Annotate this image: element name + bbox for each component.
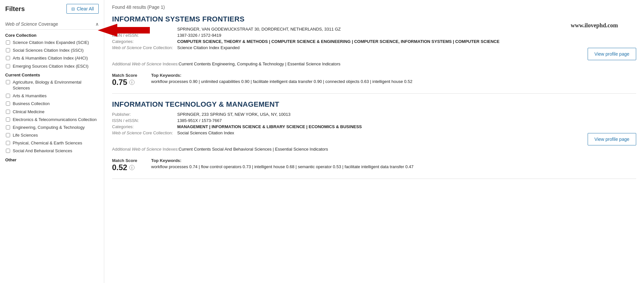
result-row-issn-1: ISSN / eISSN: 1387-3326 / 1572-9419 (112, 33, 636, 38)
coverage-header[interactable]: Web of Science Coverage (5, 19, 99, 30)
results-summary: Found 48 results (Page 1) (112, 5, 636, 10)
result-actions-1: View profile page (240, 48, 636, 60)
checkbox-esci[interactable] (6, 64, 10, 68)
additional-value-1: Current Contents Engineering, Computing … (179, 61, 340, 66)
filter-item-life[interactable]: Life Sciences (5, 132, 99, 138)
match-score-box-2: Match Score 0.52 i (112, 158, 145, 172)
issn-value-2: 1385-951X / 1573-7667 (177, 118, 222, 123)
top-keywords-value-1: workflow processes 0.90 | unlimited capa… (151, 78, 636, 85)
result-card-2: INFORMATION TECHNOLOGY & MANAGEMENT Publ… (112, 100, 636, 179)
checkbox-ahci[interactable] (6, 56, 10, 60)
chevron-up-icon[interactable] (95, 21, 99, 27)
result-row-issn-2: ISSN / eISSN: 1385-951X / 1573-7667 (112, 118, 636, 123)
main-content: Found 48 results (Page 1) INFORMATION SY… (104, 0, 644, 190)
match-score-value-2: 0.52 i (112, 163, 145, 172)
sidebar-header: Filters ⊟ Clear All (5, 4, 99, 14)
match-score-label-2: Match Score (112, 158, 145, 163)
result-card-1: INFORMATION SYSTEMS FRONTIERS Publisher:… (112, 15, 636, 94)
coverage-label: Web of Science Coverage (5, 21, 58, 27)
publisher-value-2: SPRINGER, 233 SPRING ST, NEW YORK, USA, … (177, 112, 291, 117)
filter-item-arts-hum[interactable]: Arts & Humanities (5, 93, 99, 99)
filter-item-ahci[interactable]: Arts & Humanities Citation Index (AHCI) (5, 55, 99, 61)
result-row-wos-1: Web of Science Core Collection: Science … (112, 45, 636, 60)
publisher-label-1: Publisher: (112, 27, 177, 32)
main-wrapper: www.ilovephd.com Found 48 results (Page … (104, 0, 644, 283)
filter-icon: ⊟ (71, 7, 75, 11)
match-score-box-1: Match Score 0.75 i (112, 73, 145, 87)
match-score-value-1: 0.75 i (112, 78, 145, 87)
match-score-info-icon-1[interactable]: i (129, 80, 135, 85)
view-profile-button-1[interactable]: View profile page (588, 48, 636, 60)
match-score-row-1: Match Score 0.75 i Top Keywords: workflo… (112, 70, 636, 87)
issn-label-1: ISSN / eISSN: (112, 33, 177, 38)
top-keywords-2: Top Keywords: workflow processes 0.74 | … (151, 158, 636, 170)
checkbox-electronics[interactable] (6, 117, 10, 122)
group-title-other: Other (5, 157, 99, 162)
result-row-additional-1: Additional Web of Science Indexes: Curre… (112, 61, 636, 66)
result-row-categories-2: Categories: MANAGEMENT | INFORMATION SCI… (112, 124, 636, 129)
top-keywords-1: Top Keywords: workflow processes 0.90 | … (151, 73, 636, 85)
top-keywords-label-1: Top Keywords: (151, 73, 636, 78)
checkbox-clinical[interactable] (6, 110, 10, 114)
result-row-additional-2: Additional Web of Science Indexes: Curre… (112, 147, 636, 152)
match-score-row-2: Match Score 0.52 i Top Keywords: workflo… (112, 155, 636, 172)
filter-item-ssci[interactable]: Social Sciences Citation Index (SSCI) (5, 47, 99, 53)
filter-item-electronics[interactable]: Electronics & Telecommunications Collect… (5, 117, 99, 123)
categories-value-1: COMPUTER SCIENCE, THEORY & METHODS | COM… (177, 39, 499, 44)
wos-value-2: Social Sciences Citation Index (177, 130, 234, 145)
sidebar: Filters ⊟ Clear All Web of Science Cover… (0, 0, 104, 283)
issn-label-2: ISSN / eISSN: (112, 118, 177, 123)
match-score-label-1: Match Score (112, 73, 145, 78)
issn-value-1: 1387-3326 / 1572-9419 (177, 33, 221, 38)
filter-item-scie[interactable]: Science Citation Index Expanded (SCIE) (5, 40, 99, 46)
filter-item-clinical[interactable]: Clinical Medicine (5, 109, 99, 115)
group-title-core: Core Collection (5, 33, 99, 38)
result-title-2: INFORMATION TECHNOLOGY & MANAGEMENT (112, 100, 636, 109)
checkbox-life[interactable] (6, 133, 10, 137)
additional-value-2: Current Contents Social And Behavioral S… (179, 147, 328, 152)
checkbox-ssci[interactable] (6, 48, 10, 52)
wos-label-1: Web of Science Core Collection: (112, 45, 177, 60)
filter-item-abes[interactable]: Agriculture, Biology & Environmental Sci… (5, 79, 99, 91)
categories-label-1: Categories: (112, 39, 177, 44)
sidebar-title: Filters (5, 5, 25, 13)
checkbox-engineering[interactable] (6, 125, 10, 129)
top-keywords-label-2: Top Keywords: (151, 158, 636, 163)
result-row-wos-2: Web of Science Core Collection: Social S… (112, 130, 636, 145)
watermark: www.ilovephd.com (571, 22, 618, 29)
additional-label-2: Additional Web of Science Indexes: (112, 147, 179, 152)
checkbox-physical[interactable] (6, 141, 10, 145)
checkbox-social[interactable] (6, 149, 10, 153)
wos-label-2: Web of Science Core Collection: (112, 130, 177, 145)
categories-label-2: Categories: (112, 124, 177, 129)
top-keywords-value-2: workflow processes 0.74 | flow control o… (151, 164, 636, 170)
filter-item-social[interactable]: Social And Behavioral Sciences (5, 148, 99, 154)
result-actions-2: View profile page (234, 133, 636, 145)
checkbox-scie[interactable] (6, 40, 10, 45)
clear-all-button[interactable]: ⊟ Clear All (66, 4, 99, 14)
filter-item-esci[interactable]: Emerging Sources Citation Index (ESCI) (5, 63, 99, 69)
coverage-section: Web of Science Coverage Core Collection … (5, 19, 99, 162)
checkbox-arts-hum[interactable] (6, 94, 10, 98)
result-row-publisher-2: Publisher: SPRINGER, 233 SPRING ST, NEW … (112, 112, 636, 117)
categories-value-2: MANAGEMENT | INFORMATION SCIENCE & LIBRA… (177, 124, 362, 129)
checkbox-business[interactable] (6, 101, 10, 106)
wos-value-1: Science Citation Index Expanded (177, 45, 240, 60)
result-title-1: INFORMATION SYSTEMS FRONTIERS (112, 15, 636, 23)
result-row-categories-1: Categories: COMPUTER SCIENCE, THEORY & M… (112, 39, 636, 44)
filter-item-engineering[interactable]: Engineering, Computing & Technology (5, 125, 99, 130)
additional-label-1: Additional Web of Science Indexes: (112, 61, 179, 66)
checkbox-abes[interactable] (6, 80, 10, 84)
match-score-info-icon-2[interactable]: i (129, 165, 135, 170)
view-profile-button-2[interactable]: View profile page (588, 133, 636, 145)
result-row-publisher-1: Publisher: SPRINGER, VAN GODEWIJCKSTRAAT… (112, 27, 636, 32)
publisher-value-1: SPRINGER, VAN GODEWIJCKSTRAAT 30, DORDRE… (177, 27, 341, 32)
filter-item-physical[interactable]: Physical, Chemical & Earth Sciences (5, 140, 99, 146)
filter-item-business[interactable]: Business Collection (5, 101, 99, 107)
publisher-label-2: Publisher: (112, 112, 177, 117)
group-title-current-contents: Current Contents (5, 73, 99, 77)
